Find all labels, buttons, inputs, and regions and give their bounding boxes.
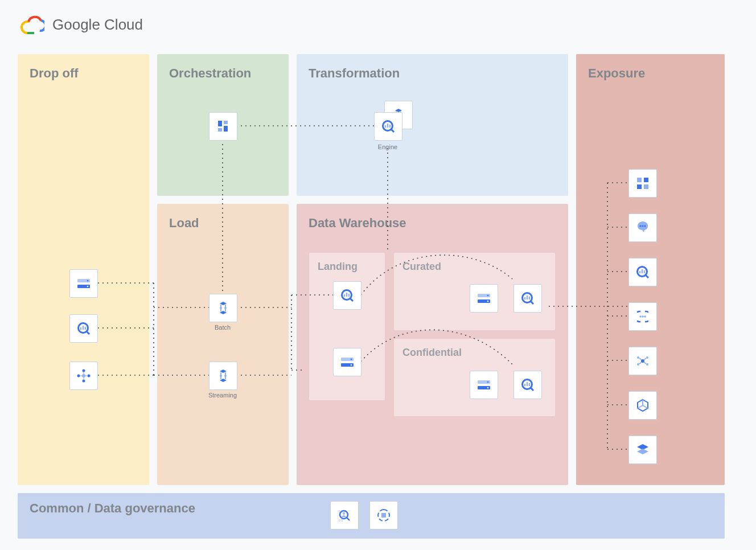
bigquery-icon bbox=[333, 281, 361, 310]
functions-icon bbox=[628, 302, 657, 331]
dataplex-icon bbox=[628, 347, 657, 375]
bigquery-icon bbox=[513, 284, 542, 313]
composer-icon bbox=[209, 112, 237, 141]
bigquery-icon bbox=[69, 314, 98, 343]
zone-title-load: Load bbox=[169, 216, 199, 231]
storage-icon bbox=[470, 371, 498, 399]
dlp-icon bbox=[330, 501, 359, 530]
zone-title-transformation: Transformation bbox=[309, 66, 400, 81]
storage-icon bbox=[69, 269, 98, 298]
zone-title-governance: Common / Data governance bbox=[30, 501, 195, 516]
subzone-title-curated: Curated bbox=[402, 261, 441, 273]
zone-title-dropoff: Drop off bbox=[30, 66, 79, 81]
brand-text: Google Cloud bbox=[52, 16, 143, 34]
subzone-title-confidential: Confidential bbox=[402, 347, 462, 359]
storage-icon bbox=[470, 284, 498, 313]
zone-title-orchestration: Orchestration bbox=[169, 66, 251, 81]
cloud-mark-icon bbox=[20, 15, 44, 34]
engine-label: Engine bbox=[354, 143, 422, 150]
google-cloud-logo: Google Cloud bbox=[20, 15, 143, 34]
dataflow-icon bbox=[209, 294, 237, 322]
bigquery-icon bbox=[513, 371, 542, 399]
zone-title-datawarehouse: Data Warehouse bbox=[309, 216, 406, 231]
ai-icon bbox=[628, 214, 657, 242]
subzone-title-landing: Landing bbox=[318, 261, 358, 273]
cube-icon bbox=[628, 391, 657, 420]
batch-label: Batch bbox=[188, 324, 257, 331]
bigquery-icon bbox=[628, 258, 657, 286]
dataflow-icon bbox=[209, 362, 237, 390]
layers-icon bbox=[628, 436, 657, 464]
bigquery-icon bbox=[374, 112, 402, 141]
catalog-icon bbox=[369, 501, 398, 530]
pubsub-icon bbox=[69, 362, 98, 390]
looker-icon bbox=[628, 169, 657, 198]
zone-title-exposure: Exposure bbox=[588, 66, 645, 81]
subzone-landing bbox=[309, 253, 385, 400]
streaming-label: Streaming bbox=[188, 392, 257, 399]
storage-icon bbox=[333, 348, 361, 376]
zone-load bbox=[157, 204, 289, 485]
